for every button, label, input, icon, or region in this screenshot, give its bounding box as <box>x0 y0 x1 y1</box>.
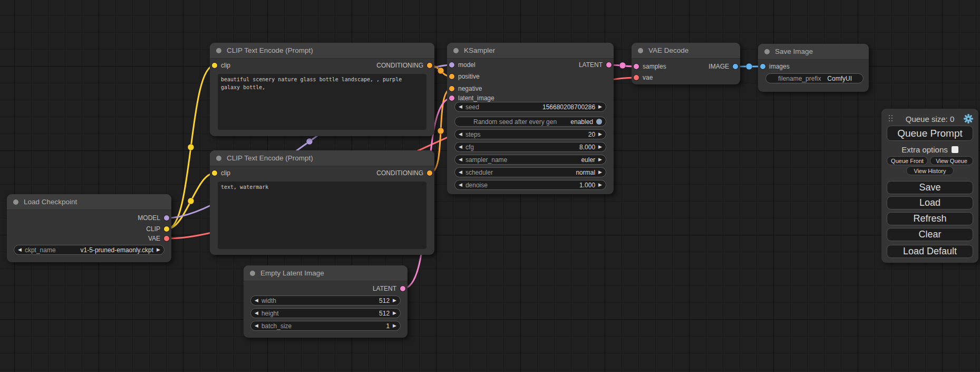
collapse-dot-icon[interactable] <box>216 156 221 161</box>
node-load-checkpoint[interactable]: Load Checkpoint MODEL CLIP VAE ckpt_name… <box>7 194 171 262</box>
scheduler-widget[interactable]: scheduler normal <box>454 167 606 177</box>
steps-widget[interactable]: steps 20 <box>454 129 606 139</box>
model-input-port[interactable] <box>449 62 454 68</box>
latent-image-input-port[interactable] <box>449 96 454 101</box>
conditioning-output-port[interactable] <box>427 63 432 68</box>
output-slot-latent: LATENT <box>579 61 612 69</box>
widget-label: cfg <box>465 144 474 151</box>
collapse-dot-icon[interactable] <box>453 48 459 53</box>
slot-label: CONDITIONING <box>376 169 423 177</box>
node-title-bar[interactable]: CLIP Text Encode (Prompt) <box>210 150 434 166</box>
link-midpoint-dot <box>188 198 194 204</box>
widget-value: 156680208700286 <box>542 103 595 111</box>
toggle-circle-icon[interactable] <box>596 119 602 125</box>
extra-options-checkbox[interactable] <box>952 146 958 153</box>
decrement-arrow-icon[interactable] <box>255 298 258 303</box>
vae-input-port[interactable] <box>634 75 639 80</box>
node-title-bar[interactable]: Save Image <box>758 44 869 60</box>
node-save-image[interactable]: Save Image images filename_prefix ComfyU… <box>758 44 869 92</box>
latent-output-port[interactable] <box>400 286 405 291</box>
collapse-dot-icon[interactable] <box>764 49 770 54</box>
node-title-bar[interactable]: Load Checkpoint <box>7 194 171 210</box>
widget-value: normal <box>576 169 595 176</box>
cfg-widget[interactable]: cfg 8.000 <box>454 142 606 152</box>
filename-prefix-widget[interactable]: filename_prefix ComfyUI <box>765 73 863 83</box>
denoise-widget[interactable]: denoise 1.000 <box>454 180 606 190</box>
images-input-port[interactable] <box>760 64 765 69</box>
collapse-dot-icon[interactable] <box>13 199 18 205</box>
increment-arrow-icon[interactable] <box>393 298 396 303</box>
node-clip-text-encode-negative[interactable]: CLIP Text Encode (Prompt) clip CONDITION… <box>210 150 434 255</box>
increment-arrow-icon[interactable] <box>598 157 602 162</box>
collapse-dot-icon[interactable] <box>216 48 221 53</box>
conditioning-output-port[interactable] <box>427 170 432 176</box>
output-slot-clip: CLIP <box>146 225 169 233</box>
node-ksampler[interactable]: KSampler model positive negative latent_… <box>447 43 614 194</box>
clip-input-port[interactable] <box>212 63 217 68</box>
node-empty-latent-image[interactable]: Empty Latent Image LATENT width 512 heig… <box>244 265 407 338</box>
increment-arrow-icon[interactable] <box>598 183 602 187</box>
decrement-arrow-icon[interactable] <box>459 132 462 137</box>
node-clip-text-encode-positive[interactable]: CLIP Text Encode (Prompt) clip CONDITION… <box>210 43 434 136</box>
node-title-bar[interactable]: KSampler <box>447 43 614 59</box>
view-history-button[interactable]: View History <box>906 166 954 175</box>
decrement-arrow-icon[interactable] <box>459 145 462 149</box>
increment-arrow-icon[interactable] <box>393 323 396 328</box>
clip-input-port[interactable] <box>212 170 217 176</box>
negative-input-port[interactable] <box>449 86 454 91</box>
view-queue-button[interactable]: View Queue <box>930 156 973 165</box>
positive-input-port[interactable] <box>449 74 454 79</box>
node-title-bar[interactable]: VAE Decode <box>632 43 740 59</box>
prompt-textarea[interactable]: beautiful scenery nature glass bottle la… <box>218 74 426 130</box>
increment-arrow-icon[interactable] <box>598 132 602 137</box>
increment-arrow-icon[interactable] <box>598 145 602 149</box>
widget-label: steps <box>465 131 481 138</box>
decrement-arrow-icon[interactable] <box>255 323 258 328</box>
widget-label: batch_size <box>261 322 292 330</box>
decrement-arrow-icon[interactable] <box>459 170 462 175</box>
increment-arrow-icon[interactable] <box>393 311 396 316</box>
slot-label: IMAGE <box>709 63 729 70</box>
collapse-dot-icon[interactable] <box>638 48 643 53</box>
model-output-port[interactable] <box>164 215 169 221</box>
load-button[interactable]: Load <box>887 196 973 209</box>
width-widget[interactable]: width 512 <box>250 295 401 306</box>
latent-output-port[interactable] <box>606 62 612 68</box>
collapse-dot-icon[interactable] <box>250 271 255 276</box>
save-button[interactable]: Save <box>887 181 973 194</box>
vae-output-port[interactable] <box>164 236 169 241</box>
drag-handle-icon[interactable] <box>889 115 890 116</box>
prompt-textarea[interactable]: text, watermark <box>218 182 426 249</box>
ckpt-name-widget[interactable]: ckpt_name v1-5-pruned-emaonly.ckpt <box>14 245 164 255</box>
clip-output-port[interactable] <box>164 226 169 232</box>
batch-size-widget[interactable]: batch_size 1 <box>250 321 401 331</box>
load-default-button[interactable]: Load Default <box>887 245 973 258</box>
link-midpoint-dot <box>188 144 194 150</box>
decrement-arrow-icon[interactable] <box>18 247 22 252</box>
decrement-arrow-icon[interactable] <box>459 183 462 187</box>
seed-widget[interactable]: seed 156680208700286 <box>454 102 606 112</box>
node-vae-decode[interactable]: VAE Decode samples vae IMAGE <box>632 43 740 84</box>
decrement-arrow-icon[interactable] <box>459 104 462 109</box>
queue-prompt-button[interactable]: Queue Prompt <box>887 126 973 141</box>
decrement-arrow-icon[interactable] <box>255 311 258 316</box>
height-widget[interactable]: height 512 <box>250 308 401 318</box>
node-title: Load Checkpoint <box>24 198 77 206</box>
increment-arrow-icon[interactable] <box>598 104 602 109</box>
queue-front-button[interactable]: Queue Front <box>887 156 928 165</box>
image-output-port[interactable] <box>733 64 738 69</box>
widget-label: scheduler <box>465 169 493 176</box>
clear-button[interactable]: Clear <box>887 228 973 241</box>
settings-gear-icon[interactable] <box>964 114 973 126</box>
increment-arrow-icon[interactable] <box>157 247 160 252</box>
sampler-name-widget[interactable]: sampler_name euler <box>454 155 606 165</box>
output-slot-conditioning: CONDITIONING <box>376 61 432 70</box>
decrement-arrow-icon[interactable] <box>459 157 462 162</box>
node-graph-canvas[interactable]: Load Checkpoint MODEL CLIP VAE ckpt_name… <box>0 0 980 372</box>
node-title-bar[interactable]: Empty Latent Image <box>244 265 407 281</box>
random-seed-toggle[interactable]: Random seed after every gen enabled <box>454 117 606 127</box>
increment-arrow-icon[interactable] <box>598 170 602 175</box>
refresh-button[interactable]: Refresh <box>887 212 973 225</box>
samples-input-port[interactable] <box>634 64 639 69</box>
node-title-bar[interactable]: CLIP Text Encode (Prompt) <box>210 43 434 59</box>
